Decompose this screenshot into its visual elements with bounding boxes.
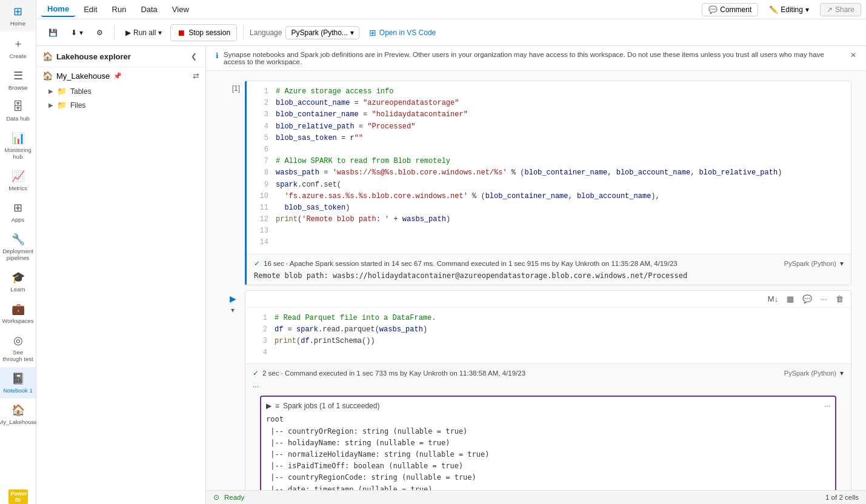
sidebar-item-seethrough[interactable]: ◎ See through test [0,329,36,367]
cell-2-delete-button[interactable]: 🗑 [833,293,846,305]
cell-2-wrapper: ▶ ▾ M↓ ▦ 💬 ··· 🗑 [221,290,851,490]
run-all-chevron: ▾ [158,28,162,37]
files-label: Files [70,101,85,110]
sidebar-item-create-label: Create [9,53,27,59]
cell-1-code[interactable]: 1 # Azure storage access info 2 blob_acc… [247,81,851,254]
code-line-12: 12 print('Remote blob path: ' + wasbs_pa… [254,214,844,225]
cell-2-run-button[interactable]: ▶ [230,294,236,303]
code-line-3: 3 blob_container_name = "holidaydatacont… [254,109,844,121]
save-button[interactable]: 💾 [44,26,62,39]
sidebar-item-datahub[interactable]: 🗄 Data hub [0,96,36,127]
sidebar-item-metrics[interactable]: 📈 Metrics [0,165,36,196]
code-line-14: 14 [254,237,844,248]
sidebar-item-home-label: Home [10,20,25,27]
open-vscode-button[interactable]: ⊞ Open in VS Code [363,25,442,40]
download-chevron: ▾ [79,28,83,37]
lakehouse-explorer-icon: 🏠 [42,51,53,61]
sync-icon[interactable]: ⇄ [193,71,199,81]
sidebar-item-browse[interactable]: ☰ Browse [0,64,36,96]
sidebar-item-workspaces[interactable]: 💼 Workspaces [0,297,36,329]
stop-session-label: Stop session [188,28,230,37]
language-selector[interactable]: PySpark (Pytho... ▾ [285,26,359,39]
sidebar-item-notebook[interactable]: 📓 Notebook 1 [0,367,36,399]
tables-folder-icon: 📁 [57,87,67,96]
status-bar: ⊙ Ready 1 of 2 cells [206,490,866,504]
stop-session-button[interactable]: ⏹ Stop session [170,24,237,41]
cell-2-schema-output-box: ▶ ≡ Spark jobs (1 of 1 succeeded) ··· ro… [260,396,836,490]
sidebar-item-monitoring[interactable]: 📊 Monitoring hub [0,127,36,165]
run-all-button[interactable]: ▶ Run all ▾ [121,26,167,39]
cell-1-output-status-text: 16 sec · Apache Spark session started in… [264,260,678,267]
sidebar: ⊞ Home ＋ Create ☰ Browse 🗄 Data hub 📊 Mo… [0,0,36,504]
run-all-label: Run all [133,28,156,37]
code-line-13: 13 [254,225,844,237]
sidebar-item-deployment[interactable]: 🔧 Deployment pipelines [0,228,36,266]
sidebar-item-seethrough-label: See through test [2,349,33,362]
cell-2-expand-button[interactable]: ▾ [231,306,235,314]
settings-button[interactable]: ⚙ [92,26,108,39]
cell-2-body: M↓ ▦ 💬 ··· 🗑 1 # Read Parquet file into … [245,290,851,490]
cell-2-more-button[interactable]: ··· [818,293,830,305]
code-line-6: 6 [254,144,844,156]
menu-home[interactable]: Home [41,2,75,17]
menu-run[interactable]: Run [106,2,133,16]
menu-right: 💬 Comment ✏️ Editing ▾ ↗ Share [702,3,861,16]
menu-data[interactable]: Data [135,2,163,16]
tree-item-files[interactable]: ▶ 📁 Files [36,98,205,112]
monitoring-icon: 📊 [12,131,25,145]
spark-jobs-header: ▶ ≡ Spark jobs (1 of 1 succeeded) ··· [266,402,830,410]
cell-2-output-status: ✓ 2 sec · Command executed in 1 sec 733 … [253,369,844,377]
cell2-code-line-4: 4 [253,347,844,359]
download-button[interactable]: ⬇ ▾ [66,26,88,39]
editing-chevron-icon: ▾ [805,5,809,14]
sidebar-item-deployment-label: Deployment pipelines [2,248,33,261]
powerbi-badge: Power BI [8,489,28,504]
cell-2-code[interactable]: 1 # Read Parquet file into a DataFrame. … [245,308,851,364]
language-value: PySpark (Pytho... [291,28,347,37]
cell-2-output: ✓ 2 sec · Command executed in 1 sec 733 … [245,363,851,490]
share-button[interactable]: ↗ Share [820,3,861,16]
cell-2-output-lang: PySpark (Python) [784,370,836,377]
comment-icon: 💬 [708,5,718,14]
sidebar-item-apps[interactable]: ⊞ Apps [0,196,36,228]
sidebar-item-create[interactable]: ＋ Create [0,31,36,64]
cell-2-controls: ▶ ▾ [221,290,245,490]
files-chevron-icon: ▶ [48,102,53,108]
comment-button[interactable]: 💬 Comment [702,3,758,16]
menu-edit[interactable]: Edit [78,2,103,16]
menu-view[interactable]: View [166,2,195,16]
cell-1-lang-chevron-icon: ▾ [840,259,844,268]
cell-2-status-check-icon: ✓ [253,369,259,377]
cell-2-output-status-text: 2 sec · Command executed in 1 sec 733 ms… [262,370,525,377]
left-panel: 🏠 Lakehouse explorer ❮ 🏠 My_Lakehouse 📌 … [36,46,206,504]
collapse-panel-button[interactable]: ❮ [188,51,199,62]
editing-button[interactable]: ✏️ Editing ▾ [763,4,815,16]
cell-2-table-icon[interactable]: ▦ [784,293,796,305]
browse-icon: ☰ [13,69,23,82]
stop-icon: ⏹ [177,28,185,38]
lakehouse-selector[interactable]: 🏠 My_Lakehouse 📌 ⇄ [36,67,205,84]
code-line-9: 9 spark.conf.set( [254,179,844,191]
sidebar-item-mylakehouse[interactable]: 🏠 My_Lakehouse [0,399,36,430]
notebook-area: ℹ Synapse notebooks and Spark job defini… [206,46,866,504]
editing-label: Editing [781,5,803,14]
output-more-button[interactable]: ··· [824,402,830,410]
left-panel-title: Lakehouse explorer [56,52,185,61]
info-text: Synapse notebooks and Spark job definiti… [224,51,845,65]
learn-icon: 🎓 [12,271,25,284]
tree-item-tables[interactable]: ▶ 📁 Tables [36,84,205,98]
sidebar-item-learn[interactable]: 🎓 Learn [0,266,36,297]
cell-2-comment-icon[interactable]: 💬 [800,293,814,305]
toolbar: 💾 ⬇ ▾ ⚙ ▶ Run all ▾ ⏹ Stop session Langu… [36,19,866,46]
sidebar-item-monitoring-label: Monitoring hub [2,147,33,160]
sidebar-item-home[interactable]: ⊞ Home [0,0,36,31]
code-line-5: 5 blob_sas_token = r"" [254,133,844,144]
info-close-button[interactable]: ✕ [850,51,856,59]
cell-2-lang-chevron-icon: ▾ [840,369,844,377]
deployment-icon: 🔧 [12,233,25,246]
sidebar-item-metrics-label: Metrics [8,185,27,191]
workspaces-icon: 💼 [12,302,25,316]
lakehouse-node-icon: 🏠 [42,71,53,81]
share-icon: ↗ [827,5,833,14]
cell-2-markdown-button[interactable]: M↓ [765,293,781,305]
